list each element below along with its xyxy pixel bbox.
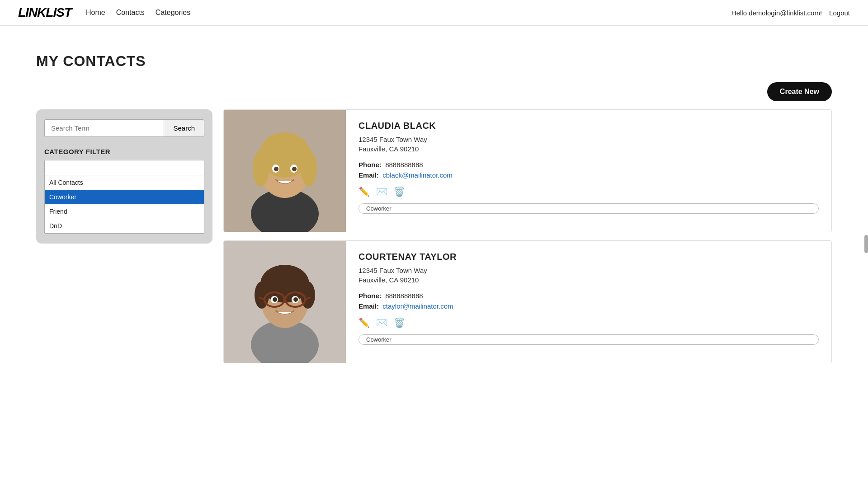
create-new-row: Create New xyxy=(36,82,832,101)
content-area: Search CATEGORY FILTER All Contacts Cowo… xyxy=(36,109,832,363)
main-header: LINKLIST Home Contacts Categories Hello … xyxy=(0,0,868,26)
svg-point-18 xyxy=(272,268,297,284)
category-select-wrapper: All Contacts Coworker Friend DnD xyxy=(44,160,204,234)
contact-address: 12345 Faux Town Way xyxy=(359,136,819,143)
page-title: MY CONTACTS xyxy=(36,53,832,70)
logo[interactable]: LINKLIST xyxy=(18,5,71,20)
main-nav: Home Contacts Categories xyxy=(86,9,190,17)
delete-icon[interactable]: 🗑️ xyxy=(394,186,405,197)
create-new-button[interactable]: Create New xyxy=(767,82,832,101)
category-filter-label: CATEGORY FILTER xyxy=(44,148,204,155)
scrollbar[interactable] xyxy=(864,235,868,253)
header-right: Hello demologin@linklist.com! Logout xyxy=(731,9,850,17)
mail-icon[interactable]: ✉️ xyxy=(376,317,387,328)
svg-point-27 xyxy=(293,297,298,302)
header-left: LINKLIST Home Contacts Categories xyxy=(18,5,190,20)
contacts-list: CLAUDIA BLACK 12345 Faux Town Way Fauxvi… xyxy=(223,109,832,363)
svg-point-5 xyxy=(253,150,269,187)
category-dropdown: All Contacts Coworker Friend DnD xyxy=(44,175,204,234)
contact-badge: Coworker xyxy=(359,334,819,345)
contact-card: COURTENAY TAYLOR 12345 Faux Town Way Fau… xyxy=(223,240,832,363)
contact-email: Email: ctaylor@mailinator.com xyxy=(359,302,819,310)
edit-icon[interactable]: ✏️ xyxy=(359,317,370,328)
nav-categories[interactable]: Categories xyxy=(156,9,190,17)
contact-actions: ✏️ ✉️ 🗑️ xyxy=(359,317,819,328)
contact-name: COURTENAY TAYLOR xyxy=(359,252,819,262)
contact-email-link[interactable]: ctaylor@mailinator.com xyxy=(382,302,453,310)
contact-name: CLAUDIA BLACK xyxy=(359,121,819,131)
category-input[interactable] xyxy=(44,160,204,175)
main-content: MY CONTACTS Create New Search CATEGORY F… xyxy=(0,26,868,381)
contact-info-courtenay: COURTENAY TAYLOR 12345 Faux Town Way Fau… xyxy=(346,241,831,363)
contact-city: Fauxville, CA 90210 xyxy=(359,276,819,284)
category-option-dnd[interactable]: DnD xyxy=(45,219,204,233)
edit-icon[interactable]: ✏️ xyxy=(359,186,370,197)
svg-point-9 xyxy=(274,167,278,171)
svg-point-26 xyxy=(273,297,277,302)
contact-phone: Phone: 8888888888 xyxy=(359,161,819,169)
search-row: Search xyxy=(44,119,204,137)
contact-photo-claudia xyxy=(224,110,346,232)
contact-email-link[interactable]: cblack@mailinator.com xyxy=(382,171,452,179)
contact-info-claudia: CLAUDIA BLACK 12345 Faux Town Way Fauxvi… xyxy=(346,110,831,232)
contact-address: 12345 Faux Town Way xyxy=(359,267,819,274)
svg-point-10 xyxy=(292,167,297,171)
contact-photo-courtenay xyxy=(224,241,346,363)
contact-card: CLAUDIA BLACK 12345 Faux Town Way Fauxvi… xyxy=(223,109,832,232)
category-option-coworker[interactable]: Coworker xyxy=(45,190,204,204)
nav-home[interactable]: Home xyxy=(86,9,105,17)
category-option-friend[interactable]: Friend xyxy=(45,204,204,219)
search-input[interactable] xyxy=(44,119,164,137)
mail-icon[interactable]: ✉️ xyxy=(376,186,387,197)
user-greeting: Hello demologin@linklist.com! xyxy=(731,9,822,17)
contact-email: Email: cblack@mailinator.com xyxy=(359,171,819,179)
svg-point-6 xyxy=(301,150,317,187)
contact-city: Fauxville, CA 90210 xyxy=(359,145,819,153)
category-option-all-contacts[interactable]: All Contacts xyxy=(45,175,204,190)
delete-icon[interactable]: 🗑️ xyxy=(394,317,405,328)
contact-actions: ✏️ ✉️ 🗑️ xyxy=(359,186,819,197)
logout-link[interactable]: Logout xyxy=(829,9,850,17)
search-button[interactable]: Search xyxy=(164,119,204,137)
sidebar: Search CATEGORY FILTER All Contacts Cowo… xyxy=(36,109,212,244)
nav-contacts[interactable]: Contacts xyxy=(116,9,145,17)
contact-badge: Coworker xyxy=(359,203,819,214)
contact-phone: Phone: 8888888888 xyxy=(359,292,819,300)
